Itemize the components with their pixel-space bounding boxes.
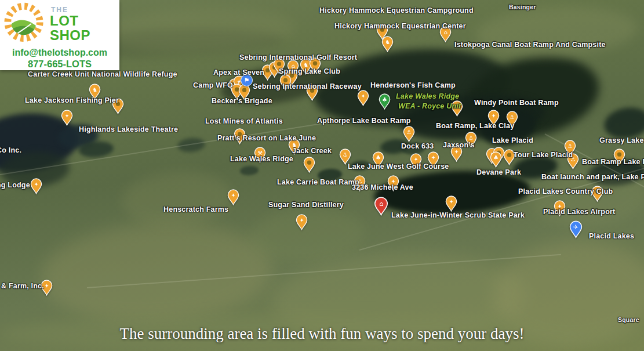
map-label[interactable]: Windy Point Boat Ramp (474, 99, 559, 107)
map-label[interactable]: Lake June West Golf Course (348, 162, 449, 171)
logo-row: THE LOT SHOP (0, 1, 119, 48)
map-label[interactable]: ng Lodge (0, 181, 30, 189)
svg-text:♣: ♣ (382, 96, 387, 103)
map-label[interactable]: Istokpoga Canal Boat Ramp And Campsite (454, 41, 606, 49)
map-label[interactable]: 3236 Michele Ave (352, 183, 413, 191)
svg-text:✦: ✦ (299, 217, 304, 223)
map-label[interactable]: Lake Wales Ridge (230, 155, 293, 163)
map-pin-wine[interactable]: ✦ (296, 214, 308, 230)
svg-text:✦: ✦ (454, 149, 459, 155)
map-pin-tree[interactable]: ♣ (379, 93, 391, 110)
map-label[interactable]: Carter Creek Unit National Wildlife Refu… (28, 70, 177, 78)
logo-card: THE LOT SHOP info@thelotshop.com 877-665… (0, 0, 119, 70)
map-label[interactable]: Grassy Lake (599, 136, 644, 144)
map-label[interactable]: Co Inc. (0, 146, 21, 154)
map-label[interactable]: Placid Lakes Airport (543, 208, 615, 216)
terrain-shape (104, 5, 296, 55)
map-label[interactable]: Jack Creek (292, 147, 332, 155)
svg-text:⚓: ⚓ (343, 151, 348, 158)
map-label[interactable]: Henscratch Farms (163, 205, 228, 214)
map-label[interactable]: Tour Lake Placid (514, 151, 573, 159)
map-label[interactable]: Hickory Hammock Equestrian Campground (319, 6, 474, 15)
map-label[interactable]: Boat launch and park, Lake Plac (541, 173, 644, 181)
map-pin-fish[interactable]: ✦ (61, 110, 73, 126)
map-label[interactable]: Becker's Brigade (212, 97, 272, 105)
map-label[interactable]: Pratt's Resort on Lake June (217, 134, 316, 142)
sun-hills-logo-icon (0, 1, 48, 48)
map-label[interactable]: Camp WFO (193, 81, 233, 89)
map-pin-fish[interactable]: ✦ (357, 90, 369, 106)
road-line (87, 254, 561, 288)
map-label[interactable]: Boat Ramp Lake Pla (582, 158, 644, 166)
svg-text:♞: ♞ (92, 86, 97, 93)
map-label[interactable]: Spring Lake Club (279, 67, 340, 75)
map-label[interactable]: Sebring International Raceway (253, 82, 362, 91)
svg-text:✦: ✦ (34, 181, 38, 187)
map-pin-bird[interactable]: ✦ (30, 178, 42, 194)
map-pin-boat-ramp[interactable]: ⚓ (403, 126, 415, 142)
map-pin-bird[interactable]: ✦ (445, 196, 457, 212)
map-label[interactable]: Apthorpe Lake Boat Ramp (317, 117, 411, 125)
terrain-shape (457, 45, 607, 150)
terrain-shape (177, 137, 206, 153)
map-label[interactable]: Highlands Lakeside Theatre (79, 125, 178, 133)
map-label[interactable]: Basinger (509, 3, 536, 10)
destination-pin[interactable]: ⌂ (374, 197, 388, 216)
terrain-shape (38, 218, 275, 328)
terrain-shape (474, 3, 639, 61)
svg-text:⚓: ⚓ (510, 114, 515, 120)
map-canvas[interactable]: ♞ ⌂ ⌂ ♞ ✦ ⚑ ♞ ✦ ✦ ✦ ✦ ♣ ⚓ ✦ ⚓ ♞ ⚒ ⚓ ♣ ⚓ … (0, 0, 644, 351)
map-label[interactable]: & Farm, Inc. (1, 282, 44, 290)
map-label[interactable]: Sugar Sand Distillery (268, 201, 344, 209)
map-pin-dot[interactable] (303, 157, 315, 173)
map-label[interactable]: Hickory Hammock Equestrian Center (334, 22, 466, 30)
map-label[interactable]: Henderson's Fish Camp (370, 81, 456, 89)
svg-text:⚓: ⚓ (406, 129, 412, 135)
terrain-shape (78, 140, 114, 158)
svg-text:✦: ✦ (64, 113, 69, 119)
svg-text:♞: ♞ (303, 61, 308, 68)
map-label[interactable]: Sebring International Golf Resort (239, 53, 357, 61)
map-label[interactable]: Boat Ramp, Lake Clay (436, 122, 514, 130)
svg-text:✈: ✈ (573, 223, 578, 230)
map-pin-horse[interactable]: ♞ (381, 36, 394, 52)
map-label[interactable]: Lost Mines of Atlantis (205, 117, 283, 125)
map-label[interactable]: Jaxson's (443, 141, 475, 149)
map-pin-wine[interactable]: ✦ (227, 189, 239, 205)
svg-text:♞: ♞ (385, 39, 390, 45)
svg-text:✦: ✦ (361, 93, 365, 99)
map-label[interactable]: Square (618, 316, 639, 323)
svg-text:✦: ✦ (449, 198, 453, 205)
map-label[interactable]: Lake Placid (492, 136, 533, 144)
tagline: The surrounding area is filled with fun … (0, 325, 644, 343)
contact-email: info@thelotshop.com (12, 48, 107, 58)
map-label[interactable]: Apex at Seven (213, 68, 264, 77)
svg-text:⌂: ⌂ (379, 200, 383, 208)
brand-name: LOT SHOP (50, 13, 119, 42)
svg-text:✦: ✦ (231, 192, 235, 198)
svg-text:✦: ✦ (413, 156, 418, 162)
map-label[interactable]: Lake June-in-Winter Scrub State Park (391, 211, 525, 219)
contact-phone: 877-665-LOTS (28, 59, 92, 70)
brand-text: THE LOT SHOP (50, 6, 119, 43)
svg-text:⚓: ⚓ (468, 135, 474, 141)
map-label[interactable]: Devane Park (476, 168, 521, 176)
terrain-shape (239, 165, 259, 176)
map-label[interactable]: Dock 633 (401, 142, 434, 150)
map-pin-plane[interactable]: ✈ (569, 220, 583, 238)
map-label[interactable]: Lake Jackson Fishing Pier (25, 96, 119, 104)
map-label[interactable]: Placid Lakes (589, 232, 634, 240)
map-label[interactable]: Placid Lakes Country Club (518, 187, 613, 196)
svg-text:✦: ✦ (491, 113, 496, 119)
svg-text:♣: ♣ (376, 154, 381, 161)
svg-text:✦: ✦ (44, 283, 49, 289)
svg-text:✦: ✦ (431, 154, 435, 161)
map-label[interactable]: Lake Wales Ridge (396, 92, 459, 100)
svg-text:♣: ♣ (493, 154, 499, 161)
map-label[interactable]: WEA - Royce Unit (398, 102, 461, 110)
svg-text:⚓: ⚓ (567, 143, 573, 149)
map-pin-tree[interactable]: ♣ (490, 151, 502, 168)
terrain-shape (120, 167, 234, 230)
map-label[interactable]: Lake Carrie Boat Ramp (277, 178, 359, 186)
